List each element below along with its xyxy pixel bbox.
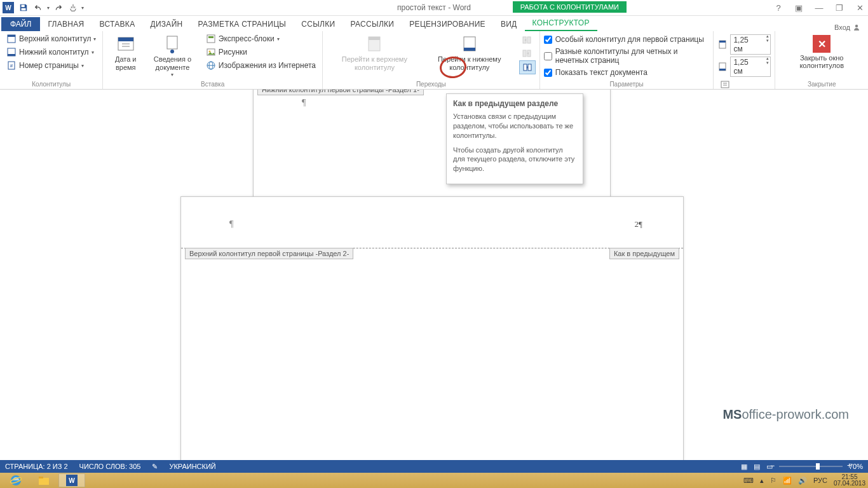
close-x-icon: ✕ [813, 35, 831, 53]
undo-dropdown-icon[interactable]: ▾ [47, 5, 50, 11]
status-word-count[interactable]: ЧИСЛО СЛОВ: 305 [79, 463, 141, 470]
svg-rect-33 [719, 41, 726, 43]
page-number-label: Номер страницы [19, 61, 79, 70]
qat-dropdown-icon[interactable]: ▾ [81, 5, 84, 11]
redo-icon[interactable] [51, 1, 65, 15]
footer-bottom-value[interactable]: 1,25 см [730, 57, 771, 77]
page-number-button[interactable]: #Номер страницы▾ [4, 59, 98, 72]
different-first-page-label: Особый колонтитул для первой страницы [555, 35, 704, 44]
group-position: 1,25 см 1,25 см Положение [714, 31, 775, 89]
sign-in[interactable]: Вход [834, 24, 860, 31]
touch-mode-icon[interactable] [66, 1, 80, 15]
status-page[interactable]: СТРАНИЦА: 2 ИЗ 2 [5, 463, 68, 470]
tab-insert[interactable]: ВСТАВКА [92, 17, 143, 31]
taskbar-ie-icon[interactable] [3, 473, 29, 487]
goto-footer-button[interactable]: Перейти к нижнему колонтитулу [423, 32, 517, 73]
tray-date: 07.04.2013 [834, 480, 865, 487]
group-header-footer: Верхний колонтитул▾ Нижний колонтитул▾ #… [0, 31, 103, 89]
svg-rect-1 [22, 8, 26, 11]
doc-info-button[interactable]: Сведения о документе▾ [144, 32, 201, 79]
svg-rect-31 [528, 64, 531, 71]
watermark-rest: office-prowork.com [742, 407, 849, 421]
taskbar-explorer-icon[interactable] [31, 473, 57, 487]
tab-view[interactable]: ВИД [493, 17, 525, 31]
header-top-value[interactable]: 1,25 см [730, 34, 771, 55]
tab-review[interactable]: РЕЦЕНЗИРОВАНИЕ [402, 17, 493, 31]
tab-design-hf[interactable]: КОНСТРУКТОР [525, 16, 597, 31]
footer-button[interactable]: Нижний колонтитул▾ [4, 46, 98, 58]
tab-references[interactable]: ССЫЛКИ [294, 17, 342, 31]
zoom-slider[interactable]: −+ [779, 466, 843, 467]
tab-mailings[interactable]: РАССЫЛКИ [342, 17, 402, 31]
window-controls: ? ▣ — ❐ ✕ [773, 3, 865, 13]
ribbon-display-icon[interactable]: ▣ [793, 3, 804, 13]
date-time-label: Дата и время [112, 55, 139, 72]
header-from-top[interactable]: 1,25 см [717, 34, 771, 55]
svg-rect-42 [39, 477, 43, 478]
document-area[interactable]: — Avant tout dites-moi, comment vous a с… [0, 90, 868, 460]
view-print-layout-icon[interactable]: ▦ [741, 463, 747, 471]
svg-rect-15 [207, 35, 215, 43]
group-options: Особый колонтитул для первой страницы Ра… [540, 31, 714, 89]
tray-sound-icon[interactable]: 🔊 [798, 477, 807, 485]
close-icon[interactable]: ✕ [854, 3, 865, 13]
view-read-mode-icon[interactable]: ▤ [754, 463, 760, 471]
status-language[interactable]: УКРАИНСКИЙ [169, 463, 215, 470]
show-document-text-checkbox[interactable]: Показать текст документа [544, 67, 710, 78]
header-button[interactable]: Верхний колонтитул▾ [4, 32, 98, 45]
watermark: MSoffice-prowork.com [722, 407, 849, 422]
online-pictures-button[interactable]: Изображения из Интернета [203, 59, 318, 72]
different-first-page-checkbox[interactable]: Особый колонтитул для первой страницы [544, 34, 710, 45]
svg-rect-10 [118, 37, 133, 41]
tray-icon[interactable]: ▴ [760, 477, 764, 485]
different-odd-even-checkbox[interactable]: Разные колонтитулы для четных и нечетных… [544, 46, 710, 66]
svg-rect-30 [524, 64, 527, 71]
footer-from-bottom[interactable]: 1,25 см [717, 56, 771, 78]
date-time-button[interactable]: Дата и время [107, 32, 144, 73]
footer-tag-section1: Нижний колонтитул первой страницы -Разде… [257, 90, 424, 95]
tray-clock[interactable]: 21:55 07.04.2013 [834, 474, 865, 487]
restore-icon[interactable]: ❐ [834, 3, 845, 13]
tray-network-icon[interactable]: 📶 [783, 477, 792, 485]
status-proofing-icon[interactable]: ✎ [152, 463, 158, 471]
word-app-icon: W [3, 2, 14, 13]
svg-rect-23 [369, 37, 380, 40]
online-pictures-label: Изображения из Интернета [219, 61, 316, 70]
group-close: ✕ Закрыть окно колонтитулов Закрытие [775, 31, 868, 89]
file-tab[interactable]: ФАЙЛ [1, 17, 40, 31]
link-to-previous-button[interactable] [519, 60, 536, 74]
svg-rect-36 [721, 81, 729, 88]
svg-rect-28 [523, 50, 526, 57]
group-insert: Дата и время Сведения о документе▾ Экспр… [103, 31, 323, 89]
insert-alignment-tab-button[interactable] [717, 78, 771, 91]
minimize-icon[interactable]: — [813, 3, 825, 13]
tab-page-layout[interactable]: РАЗМЕТКА СТРАНИЦЫ [191, 17, 294, 31]
svg-text:#: # [10, 63, 13, 69]
goto-header-button: Перейти к верхнему колонтитулу [327, 32, 423, 73]
prev-section-button [519, 34, 536, 46]
tab-home[interactable]: ГЛАВНАЯ [40, 17, 92, 31]
close-header-footer-button[interactable]: ✕ Закрыть окно колонтитулов [779, 32, 864, 72]
window-title: простой текст - Word [397, 3, 471, 12]
contextual-tab-label: РАБОТА С КОЛОНТИТУЛАМИ [513, 1, 627, 13]
tray-language[interactable]: РУС [813, 477, 827, 484]
sign-in-label: Вход [834, 24, 850, 31]
svg-rect-4 [8, 35, 15, 37]
svg-rect-25 [464, 48, 475, 51]
goto-header-label: Перейти к верхнему колонтитулу [332, 55, 417, 72]
tooltip-link-previous: Как в предыдущем разделе Установка связи… [446, 93, 583, 184]
taskbar-word-icon[interactable]: W [58, 473, 85, 487]
tray-flag-icon[interactable]: ⚐ [770, 477, 776, 485]
save-icon[interactable] [17, 1, 31, 15]
quick-parts-button[interactable]: Экспресс-блоки▾ [203, 32, 318, 45]
close-hf-label: Закрыть окно колонтитулов [785, 54, 858, 69]
pictures-button[interactable]: Рисунки [203, 46, 318, 58]
svg-point-14 [170, 50, 174, 53]
watermark-bold: MS [722, 407, 742, 421]
svg-rect-16 [208, 36, 214, 38]
undo-icon[interactable] [32, 1, 46, 15]
pilcrow-icon: ¶ [229, 219, 233, 229]
tray-keyboard-icon[interactable]: ⌨ [743, 477, 754, 485]
tab-design[interactable]: ДИЗАЙН [142, 17, 190, 31]
help-icon[interactable]: ? [773, 3, 784, 13]
